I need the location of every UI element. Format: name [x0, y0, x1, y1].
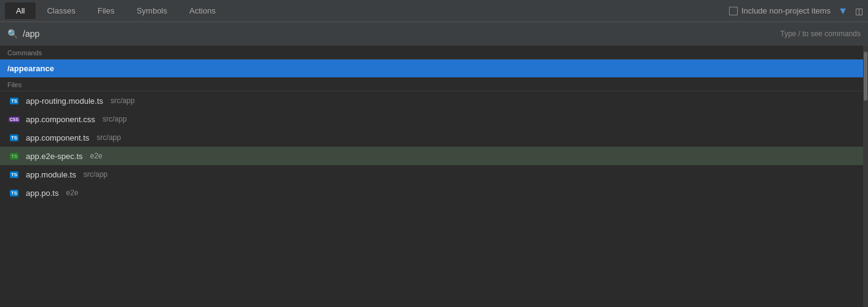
- list-item-app-component-css[interactable]: CSS app.component.css src/app: [0, 110, 863, 128]
- item-name-app-component-css: app.component.css: [26, 115, 95, 124]
- search-bar: 🔍 Type / to see commands: [0, 22, 868, 45]
- tab-symbols[interactable]: Symbols: [125, 2, 178, 19]
- ts-icon-app-po: TS: [7, 188, 21, 198]
- item-path-app-e2e-spec: e2e: [90, 152, 103, 160]
- ts-badge: TS: [10, 190, 18, 196]
- scrollbar[interactable]: [863, 45, 868, 307]
- filter-icon[interactable]: ▼: [838, 6, 848, 17]
- include-label: Include non-project items: [741, 6, 831, 15]
- section-header-files: Files: [0, 77, 863, 91]
- item-name-app-po: app.po.ts: [26, 188, 59, 198]
- tab-right-controls: Include non-project items ▼ ◫: [729, 6, 863, 17]
- tab-all[interactable]: All: [5, 2, 36, 19]
- list-item-app-po[interactable]: TS app.po.ts e2e: [0, 184, 863, 202]
- tab-actions[interactable]: Actions: [178, 2, 227, 19]
- ts-icon-app-module: TS: [7, 169, 21, 179]
- scrollbar-thumb[interactable]: [864, 52, 867, 101]
- tab-files[interactable]: Files: [87, 2, 125, 19]
- item-path-app-routing: src/app: [111, 96, 135, 105]
- item-path-app-component-ts: src/app: [97, 133, 120, 142]
- ts-icon-app-component: TS: [7, 133, 21, 142]
- ts-green-badge: TS: [10, 153, 18, 160]
- item-name-app-routing: app-routing.module.ts: [26, 96, 103, 106]
- ts-badge: TS: [10, 134, 18, 141]
- list-item-app-module[interactable]: TS app.module.ts src/app: [0, 165, 863, 184]
- ts-green-icon-app-e2e: TS: [7, 151, 21, 161]
- results-list: Commands /appearance Files TS app-routin…: [0, 45, 863, 307]
- item-name-appearance: /appearance: [7, 64, 54, 73]
- content-area: Commands /appearance Files TS app-routin…: [0, 45, 868, 307]
- include-checkbox[interactable]: [729, 7, 738, 15]
- search-hint: Type / to see commands: [780, 29, 861, 38]
- item-path-app-module: src/app: [84, 170, 108, 179]
- item-path-app-po: e2e: [66, 188, 79, 197]
- search-input[interactable]: [23, 29, 775, 39]
- list-item-app-e2e-spec[interactable]: TS app.e2e-spec.ts e2e: [0, 147, 863, 165]
- list-item-app-routing[interactable]: TS app-routing.module.ts src/app: [0, 91, 863, 110]
- section-header-commands: Commands: [0, 45, 863, 60]
- ts-icon-app-routing: TS: [7, 96, 21, 106]
- ts-badge: TS: [10, 171, 18, 178]
- item-name-app-e2e-spec: app.e2e-spec.ts: [26, 152, 83, 161]
- css-icon-app-component: CSS: [7, 114, 21, 124]
- css-badge: CSS: [9, 117, 20, 122]
- ts-badge: TS: [10, 98, 18, 104]
- item-name-app-component-ts: app.component.ts: [26, 133, 89, 142]
- list-item-appearance[interactable]: /appearance: [0, 60, 863, 77]
- layout-icon[interactable]: ◫: [855, 6, 863, 16]
- tab-bar: All Classes Files Symbols Actions Includ…: [0, 0, 868, 22]
- include-non-project-toggle[interactable]: Include non-project items: [729, 6, 831, 15]
- list-item-app-component-ts[interactable]: TS app.component.ts src/app: [0, 128, 863, 147]
- tab-classes[interactable]: Classes: [36, 2, 86, 19]
- item-path-app-component-css: src/app: [103, 115, 127, 123]
- item-name-app-module: app.module.ts: [26, 170, 76, 179]
- search-icon: 🔍: [7, 29, 18, 39]
